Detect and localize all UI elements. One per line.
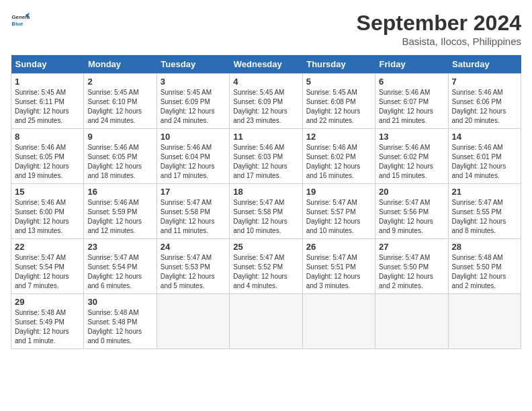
calendar-table: Sunday Monday Tuesday Wednesday Thursday… [11, 55, 521, 349]
month-title: September 2024 [357, 11, 521, 36]
col-monday: Monday [84, 55, 157, 74]
calendar-cell: 20Sunrise: 5:47 AMSunset: 5:56 PMDayligh… [375, 184, 448, 239]
title-area: September 2024 Basista, Ilocos, Philippi… [357, 11, 521, 47]
logo-icon: General Blue [11, 11, 30, 30]
col-tuesday: Tuesday [157, 55, 229, 74]
calendar-cell: 26Sunrise: 5:47 AMSunset: 5:51 PMDayligh… [302, 239, 375, 294]
calendar-cell: 3Sunrise: 5:45 AMSunset: 6:09 PMDaylight… [157, 74, 229, 129]
header-row: Sunday Monday Tuesday Wednesday Thursday… [11, 55, 521, 74]
svg-text:Blue: Blue [12, 21, 24, 27]
calendar-cell: 19Sunrise: 5:47 AMSunset: 5:57 PMDayligh… [302, 184, 375, 239]
calendar-cell [448, 294, 521, 349]
calendar-cell: 4Sunrise: 5:45 AMSunset: 6:09 PMDaylight… [230, 74, 302, 129]
calendar-cell: 17Sunrise: 5:47 AMSunset: 5:58 PMDayligh… [157, 184, 229, 239]
calendar-cell: 30Sunrise: 5:48 AMSunset: 5:48 PMDayligh… [84, 294, 157, 349]
calendar-cell: 16Sunrise: 5:46 AMSunset: 5:59 PMDayligh… [84, 184, 157, 239]
calendar-cell: 12Sunrise: 5:46 AMSunset: 6:02 PMDayligh… [302, 129, 375, 184]
calendar-cell: 8Sunrise: 5:46 AMSunset: 6:05 PMDaylight… [11, 129, 84, 184]
calendar-cell: 18Sunrise: 5:47 AMSunset: 5:58 PMDayligh… [230, 184, 302, 239]
col-sunday: Sunday [11, 55, 84, 74]
calendar-cell: 21Sunrise: 5:47 AMSunset: 5:55 PMDayligh… [448, 184, 521, 239]
logo: General Blue [11, 11, 30, 30]
col-friday: Friday [375, 55, 448, 74]
calendar-cell [230, 294, 302, 349]
calendar-cell: 11Sunrise: 5:46 AMSunset: 6:03 PMDayligh… [230, 129, 302, 184]
calendar-cell: 10Sunrise: 5:46 AMSunset: 6:04 PMDayligh… [157, 129, 229, 184]
calendar-cell [157, 294, 229, 349]
week-row-1: 1Sunrise: 5:45 AMSunset: 6:11 PMDaylight… [11, 74, 521, 129]
calendar-cell [375, 294, 448, 349]
col-wednesday: Wednesday [230, 55, 302, 74]
calendar-cell: 28Sunrise: 5:48 AMSunset: 5:50 PMDayligh… [448, 239, 521, 294]
calendar-cell: 1Sunrise: 5:45 AMSunset: 6:11 PMDaylight… [11, 74, 84, 129]
location-title: Basista, Ilocos, Philippines [357, 36, 521, 47]
calendar-cell: 25Sunrise: 5:47 AMSunset: 5:52 PMDayligh… [230, 239, 302, 294]
calendar-cell: 24Sunrise: 5:47 AMSunset: 5:53 PMDayligh… [157, 239, 229, 294]
week-row-3: 15Sunrise: 5:46 AMSunset: 6:00 PMDayligh… [11, 184, 521, 239]
calendar-cell: 13Sunrise: 5:46 AMSunset: 6:02 PMDayligh… [375, 129, 448, 184]
calendar-cell: 23Sunrise: 5:47 AMSunset: 5:54 PMDayligh… [84, 239, 157, 294]
col-saturday: Saturday [448, 55, 521, 74]
week-row-2: 8Sunrise: 5:46 AMSunset: 6:05 PMDaylight… [11, 129, 521, 184]
calendar-cell: 2Sunrise: 5:45 AMSunset: 6:10 PMDaylight… [84, 74, 157, 129]
calendar-cell [302, 294, 375, 349]
week-row-5: 29Sunrise: 5:48 AMSunset: 5:49 PMDayligh… [11, 294, 521, 349]
calendar-cell: 7Sunrise: 5:46 AMSunset: 6:06 PMDaylight… [448, 74, 521, 129]
calendar-cell: 6Sunrise: 5:46 AMSunset: 6:07 PMDaylight… [375, 74, 448, 129]
calendar-cell: 29Sunrise: 5:48 AMSunset: 5:49 PMDayligh… [11, 294, 84, 349]
calendar-cell: 14Sunrise: 5:46 AMSunset: 6:01 PMDayligh… [448, 129, 521, 184]
calendar-cell: 5Sunrise: 5:45 AMSunset: 6:08 PMDaylight… [302, 74, 375, 129]
calendar-cell: 9Sunrise: 5:46 AMSunset: 6:05 PMDaylight… [84, 129, 157, 184]
header: General Blue September 2024 Basista, Ilo… [11, 11, 521, 47]
calendar-cell: 27Sunrise: 5:47 AMSunset: 5:50 PMDayligh… [375, 239, 448, 294]
calendar-cell: 22Sunrise: 5:47 AMSunset: 5:54 PMDayligh… [11, 239, 84, 294]
week-row-4: 22Sunrise: 5:47 AMSunset: 5:54 PMDayligh… [11, 239, 521, 294]
calendar-cell: 15Sunrise: 5:46 AMSunset: 6:00 PMDayligh… [11, 184, 84, 239]
col-thursday: Thursday [302, 55, 375, 74]
